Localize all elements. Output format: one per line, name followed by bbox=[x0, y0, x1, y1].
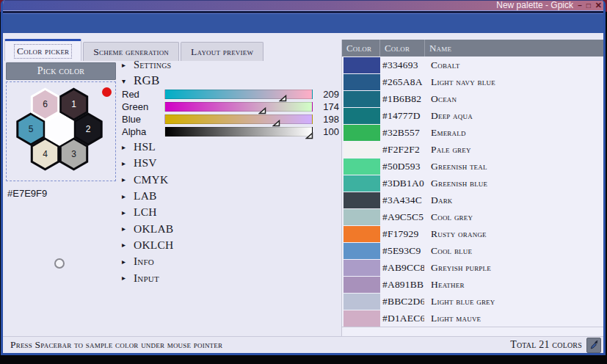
color-swatch[interactable] bbox=[344, 91, 380, 107]
close-icon[interactable]: ✕ bbox=[595, 0, 602, 11]
color-swatch[interactable] bbox=[344, 57, 380, 73]
palette-row[interactable]: #F17929 Rusty orange bbox=[342, 225, 603, 242]
slider-value: 100 bbox=[313, 126, 339, 137]
color-name-cell: Light navy blue bbox=[424, 76, 603, 88]
color-swatch[interactable] bbox=[344, 243, 380, 259]
color-swatch[interactable] bbox=[344, 294, 380, 310]
expander-label: HSV bbox=[134, 156, 157, 170]
color-swatch[interactable] bbox=[344, 192, 380, 208]
current-hex-value: #E7E9F9 bbox=[6, 188, 116, 199]
menu-item[interactable] bbox=[26, 22, 43, 25]
color-hex-cell: #334693 bbox=[380, 59, 424, 71]
palette-row[interactable]: #3A434C Dark bbox=[342, 192, 603, 208]
tab[interactable]: Color picker bbox=[4, 39, 81, 61]
slider-label: Blue bbox=[122, 114, 164, 125]
hexagon-color-wheel[interactable]: 123456 bbox=[7, 82, 114, 180]
expander-item[interactable]: ▸ LAB bbox=[122, 188, 173, 204]
slider-marker-icon[interactable] bbox=[279, 92, 287, 99]
palette-row[interactable]: #D1AEC6 Light mauve bbox=[342, 310, 603, 327]
color-hex-cell: #5E93C9 bbox=[380, 245, 424, 257]
hexagon-number: 5 bbox=[29, 124, 34, 134]
expander-item[interactable]: ▸ CMYK bbox=[122, 172, 173, 188]
slider-label: Alpha bbox=[122, 126, 164, 137]
palette-row[interactable]: #32B557 Emerald bbox=[342, 124, 603, 141]
tab[interactable]: Layout preview bbox=[181, 42, 263, 61]
palette-row[interactable]: #265A8A Light navy blue bbox=[342, 73, 603, 90]
expander-label: OKLAB bbox=[134, 222, 173, 236]
expander-item[interactable]: ▸ HSL bbox=[122, 139, 173, 155]
color-hex-cell: #265A8A bbox=[380, 76, 424, 88]
expander-item[interactable]: ▸ OKLAB bbox=[122, 220, 173, 236]
titlebar[interactable]: New palette - Gpick – □ ✕ bbox=[1, 0, 606, 11]
slider-marker-icon[interactable] bbox=[258, 104, 266, 112]
column-header-name[interactable]: Name bbox=[425, 40, 603, 57]
pick-color-button[interactable]: Pick color bbox=[6, 62, 116, 80]
tab[interactable]: Scheme generation bbox=[83, 42, 179, 61]
color-swatch[interactable] bbox=[344, 142, 380, 158]
palette-row[interactable]: #BBC2D6 Light blue grey bbox=[342, 293, 603, 310]
color-hex-cell: #F2F2F2 bbox=[380, 144, 424, 156]
expander-item[interactable]: ▸ LCH bbox=[122, 204, 173, 220]
palette-row[interactable]: #14777D Deep aqua bbox=[342, 107, 603, 124]
wheel-hexagon[interactable] bbox=[46, 114, 73, 145]
hexagon-number: 6 bbox=[43, 99, 48, 109]
maximize-icon[interactable]: □ bbox=[586, 0, 591, 11]
palette-row[interactable]: #A9C5C5 Cool grey bbox=[342, 208, 603, 225]
color-name-cell: Emerald bbox=[424, 127, 603, 139]
expander-item[interactable]: ▸ OKLCH bbox=[122, 237, 173, 253]
menu-item[interactable] bbox=[83, 22, 101, 25]
color-swatch[interactable] bbox=[344, 209, 380, 225]
slider-marker-icon[interactable] bbox=[272, 117, 280, 124]
slider-track[interactable] bbox=[164, 114, 313, 124]
eyedropper-icon bbox=[589, 340, 599, 351]
color-swatch[interactable] bbox=[344, 310, 380, 327]
slider-track[interactable] bbox=[164, 102, 313, 112]
color-name-cell: Rusty orange bbox=[424, 228, 603, 240]
palette-row[interactable]: #3DB1A0 Greenish blue bbox=[342, 175, 603, 192]
slider-track[interactable] bbox=[164, 90, 313, 99]
slider-track[interactable] bbox=[164, 127, 313, 136]
color-name-cell: Greyish purple bbox=[424, 262, 603, 274]
color-wheel-area[interactable]: 123456 bbox=[6, 81, 116, 181]
color-swatch[interactable] bbox=[344, 260, 380, 276]
minimize-icon[interactable]: – bbox=[578, 0, 582, 11]
hexagon-number: 3 bbox=[71, 149, 76, 159]
palette-row[interactable]: #50D593 Greenish teal bbox=[342, 158, 603, 175]
color-hex-cell: #A9C5C5 bbox=[380, 211, 424, 223]
column-header-color-hex[interactable]: Color bbox=[380, 40, 425, 57]
color-hex-cell: #1B6B82 bbox=[380, 93, 424, 105]
hexagon-number: 2 bbox=[86, 124, 91, 134]
color-swatch[interactable] bbox=[344, 159, 380, 175]
color-swatch[interactable] bbox=[344, 125, 380, 141]
color-swatch[interactable] bbox=[344, 74, 380, 90]
menu-item[interactable] bbox=[45, 22, 62, 25]
expander-item[interactable]: ▸ HSV bbox=[122, 155, 173, 171]
color-hex-cell: #3DB1A0 bbox=[380, 178, 424, 189]
color-swatch[interactable] bbox=[344, 175, 380, 192]
expander-item[interactable]: ▸ Input bbox=[122, 269, 173, 285]
color-swatch[interactable] bbox=[344, 226, 380, 242]
color-hex-cell: #3A434C bbox=[380, 194, 424, 206]
window-title: New palette - Gpick bbox=[496, 1, 573, 10]
color-hex-cell: #32B557 bbox=[380, 127, 424, 139]
secondary-color-radio[interactable] bbox=[54, 258, 65, 269]
eyedropper-button[interactable] bbox=[586, 338, 601, 353]
palette-row[interactable]: #AB9CC8 Greyish purple bbox=[342, 259, 603, 276]
palette-row[interactable]: #334693 Cobalt bbox=[342, 57, 603, 73]
palette-row[interactable]: #F2F2F2 Pale grey bbox=[342, 141, 603, 158]
color-hex-cell: #14777D bbox=[380, 110, 424, 122]
menu-item[interactable] bbox=[7, 22, 24, 25]
rgb-expander[interactable]: ▾ RGB bbox=[122, 73, 160, 88]
color-swatch[interactable] bbox=[344, 108, 380, 124]
expander-item[interactable]: ▸ Info bbox=[122, 253, 173, 269]
palette-row[interactable]: #5E93C9 Cool blue bbox=[342, 242, 603, 259]
slider-marker-icon[interactable] bbox=[305, 129, 313, 136]
rgb-sliders: Red 209 Green 174 Blue bbox=[122, 88, 339, 138]
expander-label: HSL bbox=[134, 140, 156, 153]
menu-item[interactable] bbox=[64, 22, 81, 25]
expander-label: Input bbox=[134, 272, 159, 285]
color-swatch[interactable] bbox=[344, 277, 380, 293]
column-header-color-swatch[interactable]: Color bbox=[342, 40, 380, 57]
palette-row[interactable]: #1B6B82 Ocean bbox=[342, 90, 603, 107]
palette-row[interactable]: #A891BB Heather bbox=[342, 276, 603, 293]
